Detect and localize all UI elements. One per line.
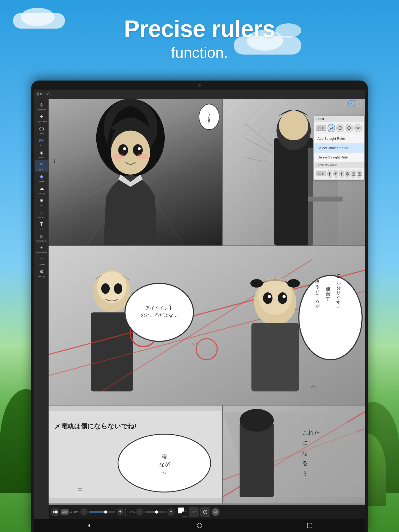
- svg-point-76: [268, 295, 271, 298]
- text-icon: T: [38, 221, 45, 228]
- ruler-popup-header: Ruler: [314, 116, 364, 122]
- tool-filler[interactable]: ◈ Filler: [35, 148, 48, 160]
- svg-text:ミ: ミ: [302, 471, 308, 477]
- frame-divider-label: Frame Divider: [36, 240, 47, 242]
- svg-point-83: [299, 275, 362, 360]
- redo-icon: [203, 510, 208, 514]
- svg-point-14: [138, 147, 141, 150]
- layer-indicator[interactable]: 44: [212, 508, 220, 516]
- blur-icon: ◉: [38, 197, 45, 204]
- size-swap-btn[interactable]: [51, 508, 59, 516]
- symmetry-off-btn[interactable]: OFF: [316, 171, 326, 176]
- nav-back-btn[interactable]: [84, 520, 95, 531]
- canvas-area[interactable]: もう少し完成たぁ… !: [49, 99, 365, 519]
- zoom-plus-btn[interactable]: +: [167, 508, 175, 516]
- lasso-icon: ◯: [38, 125, 45, 132]
- ruler-icons-panel: ◯ ✕ ≡: [340, 100, 363, 107]
- brush-label: Brush: [39, 168, 44, 171]
- tool-smudge[interactable]: ☁ Smudge: [35, 184, 48, 196]
- sym-btn-6[interactable]: [357, 170, 362, 178]
- ruler-radial-btn[interactable]: [354, 124, 362, 132]
- svg-text:中: 中: [77, 487, 83, 493]
- size-slider[interactable]: [89, 511, 115, 513]
- tool-pencil[interactable]: ◆ Pencil: [35, 172, 48, 184]
- size-48-badge: 48.0: [61, 509, 69, 515]
- svg-line-35: [358, 127, 360, 128]
- frame-divider-icon: ▦: [38, 232, 45, 240]
- size-minus-btn[interactable]: -: [80, 508, 88, 516]
- transform-label: Transform: [37, 109, 46, 111]
- ruler-add-menu-item[interactable]: Add Straight Ruler: [314, 134, 364, 143]
- lasso-label: Lasso: [39, 132, 44, 135]
- svg-point-30: [339, 127, 342, 130]
- tool-eyedropper[interactable]: ✦ Eyedropper: [35, 243, 48, 255]
- brush-icon: ✏: [38, 161, 45, 168]
- ruler-icon-circle[interactable]: ◯: [340, 100, 347, 107]
- nav-home-btn[interactable]: [194, 520, 205, 531]
- tool-transform[interactable]: ⊹ Transform: [35, 100, 48, 112]
- svg-point-15: [112, 154, 124, 159]
- ruler-delete-menu-item[interactable]: Delete Straight Ruler: [314, 153, 364, 162]
- size-slider-fill: [89, 511, 105, 513]
- svg-rect-17: [274, 138, 313, 245]
- separator-2: [176, 508, 176, 516]
- pencil-icon: ◆: [38, 173, 45, 180]
- top-bar: 漫画アプリ: [34, 90, 365, 99]
- tool-brush[interactable]: ✏ Brush: [35, 160, 48, 172]
- ruler-ellipse-btn[interactable]: [345, 124, 353, 132]
- sym-btn-1[interactable]: [327, 170, 332, 178]
- eyedropper-icon: ✦: [38, 244, 45, 251]
- sym-btn-2[interactable]: [333, 170, 338, 178]
- panel-mid-svg: アイペイント のところだよな… UIが分かりやすい! 場所を選ばす 描けるところ…: [49, 246, 365, 405]
- sym-btn-3[interactable]: [339, 170, 344, 178]
- ruler-off-btn[interactable]: OFF: [316, 125, 326, 131]
- svg-marker-108: [88, 523, 90, 528]
- tool-text[interactable]: T Text: [35, 220, 48, 231]
- size-plus-btn[interactable]: +: [117, 508, 124, 516]
- svg-point-97: [240, 409, 274, 432]
- svg-marker-44: [335, 172, 337, 174]
- tool-canvas[interactable]: ⬚ Canvas: [35, 255, 48, 267]
- ruler-select-menu-item[interactable]: Select Straight Ruler: [314, 143, 364, 153]
- svg-text:これた: これた: [302, 430, 320, 436]
- zoom-minus-btn[interactable]: -: [136, 508, 143, 516]
- svg-text:描けるところが: 描けるところが: [315, 277, 320, 308]
- size-slider-thumb[interactable]: [104, 510, 107, 514]
- blur-label: Blur: [39, 204, 43, 207]
- undo-btn[interactable]: ↩: [189, 507, 199, 517]
- bottom-toolbar: 48.0 48.0px - + 100% -: [49, 505, 365, 519]
- exclamation: !: [54, 157, 56, 164]
- ruler-icon-other[interactable]: ≡: [356, 100, 363, 107]
- tool-lasso[interactable]: ◯ Lasso: [35, 124, 48, 136]
- svg-line-42: [330, 173, 331, 174]
- canvas-label: Canvas: [38, 263, 45, 266]
- ruler-straight-btn[interactable]: [328, 124, 335, 132]
- panel-top-left: もう少し完成たぁ… !: [49, 99, 222, 245]
- undo-icon: ↩: [192, 509, 196, 514]
- sym-btn-4[interactable]: [345, 170, 350, 178]
- tool-fx[interactable]: FX FX: [35, 136, 48, 148]
- svg-text:場所を選ばす: 場所を選ばす: [325, 284, 330, 301]
- tool-frame-divider[interactable]: ▦ Frame Divider: [35, 231, 48, 243]
- ruler-circle-btn[interactable]: [336, 124, 344, 132]
- tool-magic-wand[interactable]: ✦ Magic Wand: [35, 112, 48, 124]
- sfx-kaki: カキ: [191, 341, 198, 346]
- zoom-slider-thumb[interactable]: [155, 510, 158, 514]
- tool-bucket[interactable]: ◇ Bucket: [35, 208, 48, 220]
- tool-blur[interactable]: ◉ Blur: [35, 196, 48, 208]
- nav-recent-icon: [307, 522, 313, 529]
- app-screen: 漫画アプリ ⊹ Transform ✦ Magic Wand ◯: [34, 90, 365, 532]
- panel-row-top: もう少し完成たぁ… !: [49, 99, 365, 245]
- ruler-icon-active[interactable]: ✕: [348, 100, 355, 107]
- svg-rect-96: [240, 423, 274, 497]
- sym-btn-5[interactable]: [351, 170, 356, 178]
- nav-recent-btn[interactable]: [304, 520, 315, 531]
- bucket-label: Bucket: [38, 216, 44, 218]
- svg-point-64: [101, 283, 110, 294]
- color-swap-btn[interactable]: [178, 507, 187, 517]
- panel-bottom-left: メ電軌は僕にならないでね! 寝 なが ら 中: [49, 405, 222, 503]
- svg-point-75: [278, 292, 287, 304]
- tool-settings[interactable]: ⚙ Settings: [35, 267, 48, 279]
- redo-btn[interactable]: [200, 507, 210, 517]
- zoom-slider[interactable]: [145, 511, 166, 513]
